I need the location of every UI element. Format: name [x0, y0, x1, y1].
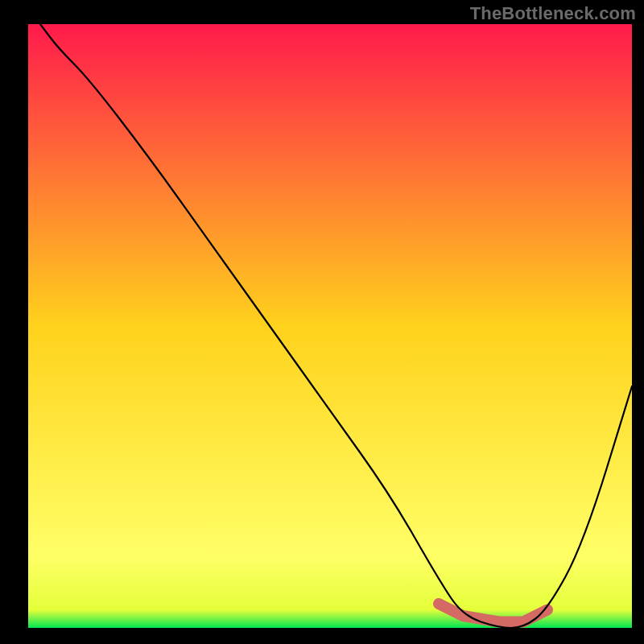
bottleneck-chart	[0, 0, 644, 644]
plot-background	[28, 24, 632, 628]
chart-frame: TheBottleneck.com	[0, 0, 644, 644]
